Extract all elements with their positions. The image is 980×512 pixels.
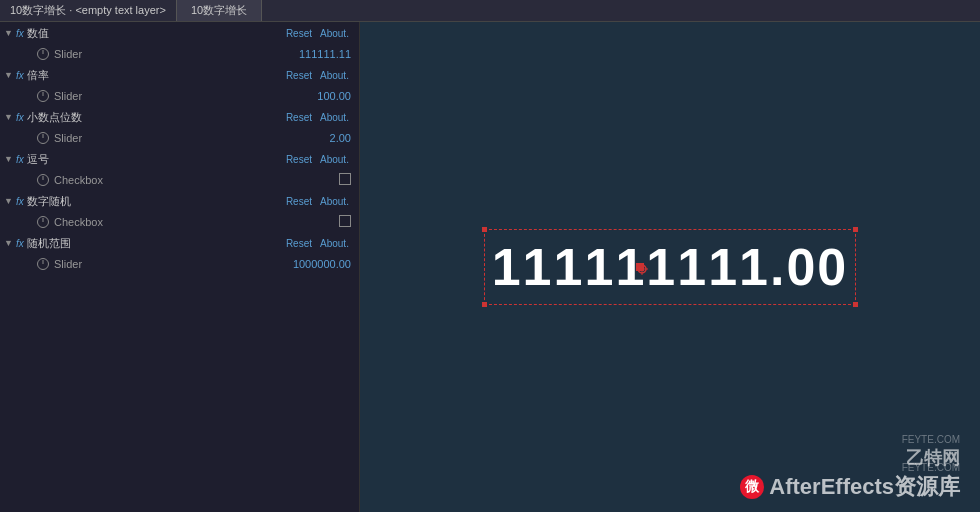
property-row-fanwei[interactable]: ▼ fx 随机范围 Reset About.: [0, 232, 359, 254]
fx-badge-xiaoshu: fx: [16, 112, 24, 123]
handle-br[interactable]: [853, 302, 858, 307]
reset-btn-xiaoshu[interactable]: Reset: [286, 112, 312, 123]
sub-label-shuzi: Slider: [54, 48, 299, 60]
sub-label-fanwei: Slider: [54, 258, 293, 270]
top-bar: 10数字增长 · <empty text layer> 10数字增长: [0, 0, 980, 22]
preview-number: 111111111.00: [492, 237, 849, 297]
stopwatch-icon-xiaoshu: [36, 131, 50, 145]
handle-bl[interactable]: [482, 302, 487, 307]
handle-tr[interactable]: [853, 227, 858, 232]
watermark: FEYTE.COM 乙特网 FEYTE.COM 微 AfterEffects资源…: [740, 446, 960, 502]
small-text-2: FEYTE.COM: [902, 462, 960, 473]
fx-badge-beilu: fx: [16, 70, 24, 81]
main-content: ▼ fx 数值 Reset About. ▶ Slider 111111.11 …: [0, 22, 980, 512]
property-row-suiji[interactable]: ▼ fx 数字随机 Reset About.: [0, 190, 359, 212]
right-panel: 111111111.00 FEYTE.COM 乙特网 FEYTE.COM 微 A…: [360, 22, 980, 512]
stopwatch-icon-yuanhao: [36, 173, 50, 187]
sub-label-suiji: Checkbox: [54, 216, 339, 228]
sub-label-beilu: Slider: [54, 90, 317, 102]
about-btn-suiji[interactable]: About.: [320, 196, 355, 207]
reset-btn-yuanhao[interactable]: Reset: [286, 154, 312, 165]
property-row-xiaoshu[interactable]: ▼ fx 小数点位数 Reset About.: [0, 106, 359, 128]
sub-value-xiaoshu[interactable]: 2.00: [330, 132, 351, 144]
fx-badge-suiji: fx: [16, 196, 24, 207]
watermark-bottom: FEYTE.COM 微 AfterEffects资源库: [740, 472, 960, 502]
prop-name-fanwei: 随机范围: [27, 236, 286, 251]
reset-btn-beilu[interactable]: Reset: [286, 70, 312, 81]
handle-tl[interactable]: [482, 227, 487, 232]
expand-arrow-fanwei[interactable]: ▼: [4, 238, 16, 248]
sub-row-fanwei: ▶ Slider 1000000.00: [0, 254, 359, 274]
sub-row-xiaoshu: ▶ Slider 2.00: [0, 128, 359, 148]
sub-value-yuanhao: [339, 173, 351, 187]
preview-area: 111111111.00 FEYTE.COM 乙特网 FEYTE.COM 微 A…: [360, 22, 980, 512]
prop-name-yuanhao: 逗号: [27, 152, 286, 167]
expand-arrow-xiaoshu[interactable]: ▼: [4, 112, 16, 122]
tab-label[interactable]: 10数字增长: [177, 0, 262, 21]
sub-label-xiaoshu: Slider: [54, 132, 330, 144]
fx-badge-fanwei: fx: [16, 238, 24, 249]
reset-btn-suiji[interactable]: Reset: [286, 196, 312, 207]
number-display: 111111111.00: [492, 237, 849, 297]
reset-btn-fanwei[interactable]: Reset: [286, 238, 312, 249]
sub-row-suiji[interactable]: ▶ Checkbox: [0, 212, 359, 232]
about-btn-fanwei[interactable]: About.: [320, 238, 355, 249]
checkbox-suiji[interactable]: [339, 215, 351, 227]
property-row-yuanhao[interactable]: ▼ fx 逗号 Reset About.: [0, 148, 359, 170]
watermark-text: AfterEffects资源库: [769, 472, 960, 502]
stopwatch-icon-beilu: [36, 89, 50, 103]
about-btn-xiaoshu[interactable]: About.: [320, 112, 355, 123]
sub-label-yuanhao: Checkbox: [54, 174, 339, 186]
sub-value-beilu[interactable]: 100.00: [317, 90, 351, 102]
properties-list: ▼ fx 数值 Reset About. ▶ Slider 111111.11 …: [0, 22, 359, 274]
property-row-shuzi[interactable]: ▼ fx 数值 Reset About.: [0, 22, 359, 44]
sub-value-suiji: [339, 215, 351, 229]
sub-value-shuzi[interactable]: 111111.11: [299, 48, 351, 60]
reset-btn-shuzi[interactable]: Reset: [286, 28, 312, 39]
expand-arrow-suiji[interactable]: ▼: [4, 196, 16, 206]
stopwatch-icon-suiji: [36, 215, 50, 229]
prop-name-shuzi: 数值: [27, 26, 286, 41]
about-btn-yuanhao[interactable]: About.: [320, 154, 355, 165]
window-title: 10数字增长 · <empty text layer>: [0, 0, 177, 21]
expand-arrow-beilu[interactable]: ▼: [4, 70, 16, 80]
about-btn-shuzi[interactable]: About.: [320, 28, 355, 39]
about-btn-beilu[interactable]: About.: [320, 70, 355, 81]
stopwatch-icon-fanwei: [36, 257, 50, 271]
property-row-beilu[interactable]: ▼ fx 倍率 Reset About.: [0, 64, 359, 86]
sub-value-fanwei[interactable]: 1000000.00: [293, 258, 351, 270]
checkbox-yuanhao[interactable]: [339, 173, 351, 185]
small-text-1: FEYTE.COM: [902, 434, 960, 445]
prop-name-suiji: 数字随机: [27, 194, 286, 209]
fx-badge-yuanhao: fx: [16, 154, 24, 165]
weibo-icon: 微: [740, 475, 764, 499]
prop-name-xiaoshu: 小数点位数: [27, 110, 286, 125]
fx-badge-shuzi: fx: [16, 28, 24, 39]
sub-row-shuzi: ▶ Slider 111111.11: [0, 44, 359, 64]
sub-row-yuanhao[interactable]: ▶ Checkbox: [0, 170, 359, 190]
expand-arrow-shuzi[interactable]: ▼: [4, 28, 16, 38]
expand-arrow-yuanhao[interactable]: ▼: [4, 154, 16, 164]
sub-row-beilu: ▶ Slider 100.00: [0, 86, 359, 106]
stopwatch-icon-shuzi: [36, 47, 50, 61]
prop-name-beilu: 倍率: [27, 68, 286, 83]
left-panel: ▼ fx 数值 Reset About. ▶ Slider 111111.11 …: [0, 22, 360, 512]
watermark-line2: 微 AfterEffects资源库: [740, 472, 960, 502]
